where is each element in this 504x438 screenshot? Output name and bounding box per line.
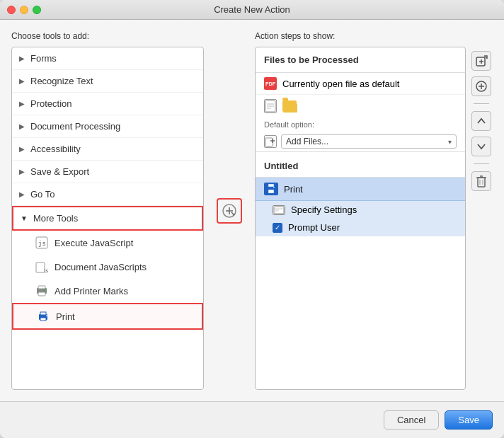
file-icons-row xyxy=(256,95,465,117)
doc-processing-label: Document Processing xyxy=(30,121,120,132)
move-up-button[interactable] xyxy=(471,111,491,131)
zoom-button[interactable] xyxy=(33,6,41,14)
close-button[interactable] xyxy=(7,6,16,14)
sidebar-item-document-processing[interactable]: ▶ Document Processing xyxy=(12,115,203,138)
footer: Cancel Save xyxy=(0,401,504,438)
create-new-action-window: Create New Action Choose tools to add: ▶… xyxy=(0,0,504,438)
current-file-label: Currently open file as default xyxy=(282,79,399,89)
add-files-icon xyxy=(264,135,277,148)
add-to-action-button[interactable] xyxy=(217,198,242,224)
save-export-arrow: ▶ xyxy=(19,168,25,175)
sidebar-item-accessibility[interactable]: ▶ Accessibility xyxy=(12,138,203,161)
doc-processing-arrow: ▶ xyxy=(19,122,25,130)
prompt-user-checkbox[interactable]: ✓ xyxy=(273,223,282,233)
save-button[interactable]: Save xyxy=(445,410,493,430)
specify-settings-item[interactable]: Specify Settings xyxy=(256,201,465,219)
protection-label: Protection xyxy=(30,98,72,109)
sub-item-add-printer-marks[interactable]: Add Printer Marks xyxy=(12,279,203,303)
execute-js-icon: js xyxy=(35,236,49,250)
default-option-label: Default option: xyxy=(256,117,465,132)
action-panel: Action steps to show: Files to be Proces… xyxy=(255,31,466,390)
svg-rect-24 xyxy=(268,190,274,193)
specify-settings-icon xyxy=(273,205,285,215)
add-content-button[interactable] xyxy=(471,51,491,71)
protection-arrow: ▶ xyxy=(19,100,25,108)
folder-icon[interactable] xyxy=(282,100,297,112)
recognize-text-arrow: ▶ xyxy=(19,77,25,85)
print-label-left: Print xyxy=(56,311,75,322)
sidebar-item-more-tools[interactable]: ▼ More Tools xyxy=(12,206,203,231)
window-title: Create New Action xyxy=(214,4,290,15)
svg-text:js: js xyxy=(44,268,48,273)
action-list: Files to be Processed PDF Currently open… xyxy=(255,47,466,390)
sidebar-item-go-to[interactable]: ▶ Go To xyxy=(12,183,203,206)
more-tools-arrow: ▼ xyxy=(21,214,28,222)
specify-settings-label: Specify Settings xyxy=(291,204,357,215)
add-printer-marks-label: Add Printer Marks xyxy=(55,286,128,296)
add-files-dropdown[interactable]: Add Files... ▾ xyxy=(281,134,457,149)
svg-rect-2 xyxy=(36,263,45,272)
accessibility-label: Accessibility xyxy=(30,144,81,154)
prompt-user-item[interactable]: ✓ Prompt User xyxy=(256,219,465,236)
forms-label: Forms xyxy=(30,53,57,64)
forms-arrow: ▶ xyxy=(19,54,25,62)
svg-point-7 xyxy=(44,289,46,292)
svg-rect-19 xyxy=(265,138,273,146)
go-to-label: Go To xyxy=(30,189,55,200)
print-action-item[interactable]: Print xyxy=(256,178,465,201)
sub-item-document-js[interactable]: js Document JavaScripts xyxy=(12,255,203,279)
svg-rect-23 xyxy=(268,184,274,187)
print-action-icon xyxy=(264,183,278,195)
untitled-header: Untitled xyxy=(256,155,465,178)
sub-item-execute-js[interactable]: js Execute JavaScript xyxy=(12,231,203,255)
chevron-down-icon: ▾ xyxy=(448,138,452,146)
execute-js-label: Execute JavaScript xyxy=(55,238,133,248)
minimize-button[interactable] xyxy=(20,6,28,14)
svg-rect-36 xyxy=(478,178,485,187)
traffic-lights xyxy=(7,6,41,14)
sidebar-item-recognize-text[interactable]: ▶ Recognize Text xyxy=(12,70,203,93)
current-file-row: PDF Currently open file as default xyxy=(256,73,465,95)
pdf-icon: PDF xyxy=(264,77,277,90)
svg-rect-6 xyxy=(38,292,45,296)
left-panel: Choose tools to add: ▶ Forms ▶ Recognize… xyxy=(11,31,204,390)
toolbar-divider-2 xyxy=(474,163,489,164)
add-item-button[interactable] xyxy=(471,76,491,96)
more-tools-label: More Tools xyxy=(33,213,78,224)
title-bar: Create New Action xyxy=(0,0,504,20)
accessibility-arrow: ▶ xyxy=(19,145,25,153)
sidebar-item-save-export[interactable]: ▶ Save & Export xyxy=(12,161,203,183)
default-option-row: Add Files... ▾ xyxy=(256,132,465,151)
sidebar-item-forms[interactable]: ▶ Forms xyxy=(12,47,203,70)
print-action-label: Print xyxy=(284,184,303,195)
action-panel-label: Action steps to show: xyxy=(255,31,466,41)
main-content: Choose tools to add: ▶ Forms ▶ Recognize… xyxy=(0,20,504,401)
printer-marks-icon xyxy=(35,284,49,298)
right-toolbar xyxy=(470,31,493,390)
doc-icon[interactable] xyxy=(264,99,277,113)
svg-point-25 xyxy=(273,187,275,188)
untitled-section: Untitled Print xyxy=(256,152,465,236)
files-section-header: Files to be Processed xyxy=(256,47,465,73)
files-section: Files to be Processed PDF Currently open… xyxy=(256,47,465,152)
svg-point-11 xyxy=(46,315,47,316)
svg-rect-5 xyxy=(38,286,45,289)
cancel-button[interactable]: Cancel xyxy=(384,410,439,430)
right-section: Action steps to show: Files to be Proces… xyxy=(255,31,493,390)
save-export-label: Save & Export xyxy=(30,166,89,177)
left-panel-label: Choose tools to add: xyxy=(11,31,204,41)
delete-button[interactable] xyxy=(471,171,491,191)
recognize-text-label: Recognize Text xyxy=(30,76,93,86)
document-js-label: Document JavaScripts xyxy=(55,262,147,272)
sub-item-print[interactable]: Print xyxy=(12,303,203,330)
sidebar-item-protection[interactable]: ▶ Protection xyxy=(12,93,203,115)
go-to-arrow: ▶ xyxy=(19,190,25,198)
svg-rect-10 xyxy=(40,318,46,321)
prompt-user-label: Prompt User xyxy=(288,222,340,233)
document-js-icon: js xyxy=(35,260,49,274)
center-controls xyxy=(212,31,246,390)
svg-rect-9 xyxy=(40,312,46,315)
move-down-button[interactable] xyxy=(471,137,491,156)
tools-list: ▶ Forms ▶ Recognize Text ▶ Protection ▶ … xyxy=(11,47,204,390)
toolbar-divider-1 xyxy=(474,103,489,104)
